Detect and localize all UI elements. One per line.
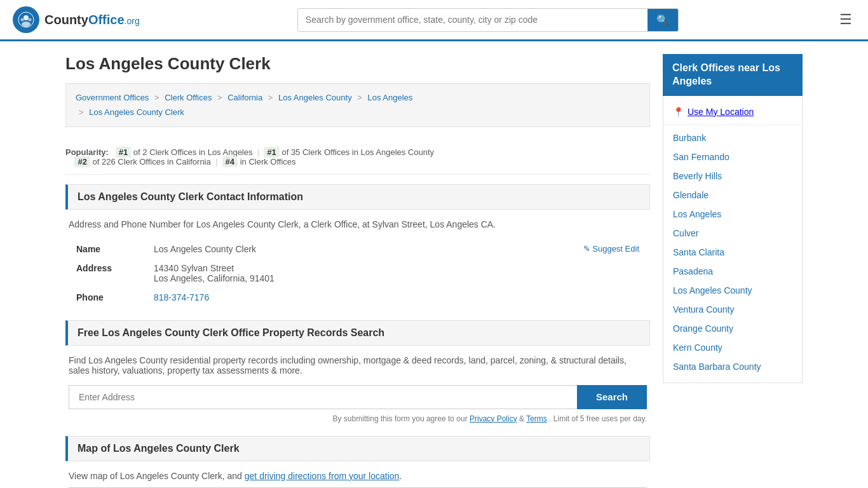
pin-icon: 📍 — [673, 107, 684, 117]
sidebar-item-pasadena[interactable]: Pasadena — [663, 262, 802, 281]
address-line1: 14340 Sylvan Street — [154, 263, 639, 273]
contact-address-row: Address 14340 Sylvan Street Los Angeles,… — [70, 259, 646, 287]
contact-table: Name Los Angeles County Clerk ✎ Suggest … — [69, 239, 647, 308]
rank4-num: #4 — [222, 156, 238, 167]
address-input-row: Search — [69, 385, 647, 409]
global-search: 🔍 — [297, 8, 679, 32]
svg-point-4 — [29, 18, 32, 22]
santa-barbara-county-link[interactable]: Santa Barbara County — [673, 362, 761, 372]
terms-and: & — [519, 414, 526, 423]
breadcrumb-government-offices[interactable]: Government Offices — [76, 93, 149, 102]
logo-office: Office — [88, 13, 125, 27]
sidebar-divider — [663, 125, 802, 125]
sidebar-item-santa-barbara-county[interactable]: Santa Barbara County — [663, 357, 802, 376]
rank1-num: #1 — [116, 147, 131, 158]
name-label: Name — [70, 240, 146, 258]
phone-link[interactable]: 818-374-7176 — [154, 292, 209, 302]
terms-prefix: By submitting this form you agree to our — [333, 414, 470, 423]
breadcrumb-clerk-offices[interactable]: Clerk Offices — [165, 93, 212, 102]
svg-point-2 — [22, 22, 31, 27]
contact-name-row: Name Los Angeles County Clerk ✎ Suggest … — [70, 240, 646, 258]
page-title: Los Angeles County Clerk — [65, 54, 650, 74]
santa-clarita-link[interactable]: Santa Clarita — [673, 247, 724, 257]
sidebar-item-los-angeles-county[interactable]: Los Angeles County — [663, 281, 802, 300]
popularity-label: Popularity: — [65, 147, 109, 157]
site-header: CountyOffice.org 🔍 ☰ — [0, 0, 868, 41]
beverly-hills-link[interactable]: Beverly Hills — [673, 171, 722, 181]
burbank-link[interactable]: Burbank — [673, 133, 706, 143]
sidebar-item-los-angeles[interactable]: Los Angeles — [663, 205, 802, 224]
svg-point-1 — [24, 15, 29, 20]
breadcrumb-los-angeles[interactable]: Los Angeles — [367, 93, 412, 102]
culver-link[interactable]: Culver — [673, 228, 698, 238]
map-section-content: View map of Los Angeles County Clerk, an… — [65, 471, 650, 488]
los-angeles-link[interactable]: Los Angeles — [673, 209, 721, 219]
terms-link[interactable]: Terms — [526, 414, 547, 423]
breadcrumb-california[interactable]: California — [227, 93, 262, 102]
address-line2: Los Angeles, California, 91401 — [154, 273, 639, 283]
phone-value: 818-374-7176 — [147, 288, 646, 306]
rank2-num: #1 — [264, 147, 279, 158]
rank2-text: of 35 Clerk Offices in Los Angeles Count… — [281, 147, 434, 157]
use-my-location-item[interactable]: 📍 Use My Location — [663, 102, 802, 121]
contact-section-header: Los Angeles County Clerk Contact Informa… — [65, 184, 650, 210]
search-icon: 🔍 — [656, 15, 669, 25]
logo-org: .org — [125, 16, 140, 26]
sidebar-item-beverly-hills[interactable]: Beverly Hills — [663, 166, 802, 186]
map-description: View map of Los Angeles County Clerk, an… — [69, 471, 647, 481]
sidebar-item-santa-clarita[interactable]: Santa Clarita — [663, 243, 802, 262]
sidebar-item-san-fernando[interactable]: San Fernando — [663, 147, 802, 166]
san-fernando-link[interactable]: San Fernando — [673, 152, 729, 162]
phone-label: Phone — [70, 288, 146, 306]
popularity-bar: Popularity: #1 of 2 Clerk Offices in Los… — [65, 140, 650, 175]
main-container: Los Angeles County Clerk Government Offi… — [53, 41, 815, 488]
map-desc-text: View map of Los Angeles County Clerk, an… — [69, 471, 245, 481]
sidebar-item-culver[interactable]: Culver — [663, 224, 802, 243]
glendale-link[interactable]: Glendale — [673, 190, 709, 200]
privacy-policy-link[interactable]: Privacy Policy — [470, 414, 517, 423]
pasadena-link[interactable]: Pasadena — [673, 266, 713, 276]
sidebar-content: 📍 Use My Location Burbank San Fernando B… — [663, 96, 803, 383]
address-label: Address — [70, 259, 146, 287]
los-angeles-county-link[interactable]: Los Angeles County — [673, 285, 752, 295]
address-input[interactable] — [69, 385, 577, 409]
logo: CountyOffice.org — [13, 6, 140, 33]
rank3-text: of 226 Clerk Offices in California — [93, 157, 211, 166]
svg-point-3 — [21, 18, 24, 22]
map-section-header: Map of Los Angeles County Clerk — [65, 436, 650, 461]
suggest-edit-link[interactable]: ✎ Suggest Edit — [583, 244, 639, 254]
name-value: Los Angeles County Clerk ✎ Suggest Edit — [147, 240, 646, 258]
breadcrumb-sep-2: > — [217, 93, 222, 102]
kern-county-link[interactable]: Kern County — [673, 342, 722, 353]
breadcrumb-sep-4: > — [357, 93, 362, 102]
sidebar-item-ventura-county[interactable]: Ventura County — [663, 300, 802, 319]
sidebar: Clerk Offices near Los Angeles 📍 Use My … — [663, 54, 803, 488]
directions-link[interactable]: get driving directions from your locatio… — [245, 471, 400, 481]
terms-text: By submitting this form you agree to our… — [69, 414, 647, 423]
contact-section-content: Address and Phone Number for Los Angeles… — [65, 219, 650, 308]
breadcrumb-los-angeles-county[interactable]: Los Angeles County — [278, 93, 352, 102]
search-input[interactable] — [298, 9, 648, 31]
breadcrumb: Government Offices > Clerk Offices > Cal… — [65, 83, 650, 127]
content-area: Los Angeles County Clerk Government Offi… — [65, 54, 650, 488]
breadcrumb-current[interactable]: Los Angeles County Clerk — [89, 107, 184, 117]
limit-text: . Limit of 5 free uses per day. — [549, 414, 647, 423]
address-value: 14340 Sylvan Street Los Angeles, Califor… — [147, 259, 646, 287]
sidebar-item-kern-county[interactable]: Kern County — [663, 338, 802, 357]
logo-icon — [13, 6, 39, 33]
sidebar-item-burbank[interactable]: Burbank — [663, 128, 802, 147]
logo-text: CountyOffice.org — [44, 13, 140, 27]
contact-phone-row: Phone 818-374-7176 — [70, 288, 646, 306]
property-description: Find Los Angeles County residential prop… — [69, 355, 647, 376]
breadcrumb-sep: > — [154, 93, 159, 102]
sidebar-item-glendale[interactable]: Glendale — [663, 186, 802, 205]
property-search-button[interactable]: Search — [577, 385, 647, 409]
menu-icon[interactable]: ☰ — [836, 8, 855, 31]
use-my-location-link[interactable]: Use My Location — [688, 107, 754, 117]
sidebar-item-orange-county[interactable]: Orange County — [663, 319, 802, 338]
orange-county-link[interactable]: Orange County — [673, 323, 733, 334]
breadcrumb-sep-5: > — [79, 107, 84, 117]
property-section-header: Free Los Angeles County Clerk Office Pro… — [65, 320, 650, 346]
ventura-county-link[interactable]: Ventura County — [673, 304, 735, 315]
search-button[interactable]: 🔍 — [648, 9, 678, 31]
